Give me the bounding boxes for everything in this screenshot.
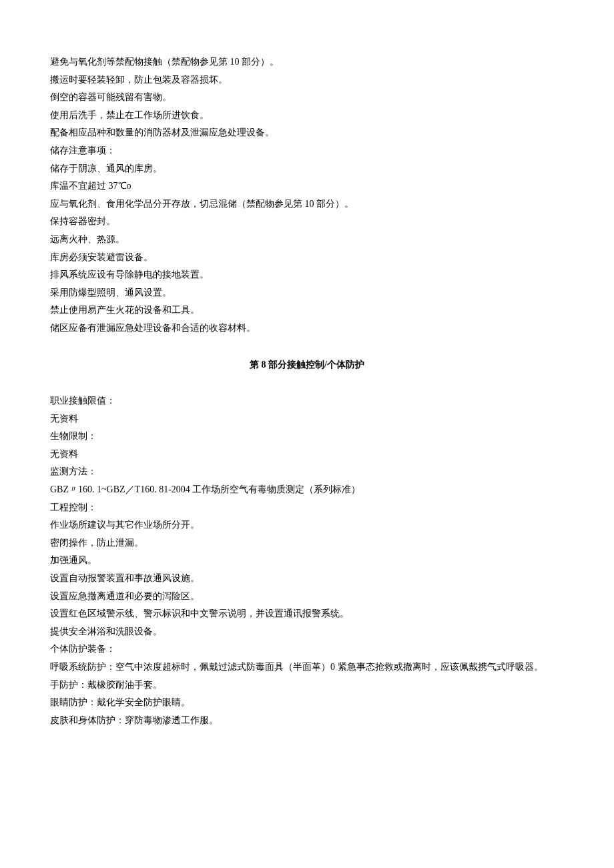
text-line: 职业接触限值： (50, 392, 564, 410)
document-body: 避免与氧化剂等禁配物接触（禁配物参见第 10 部分）。 搬运时要轻装轻卸，防止包… (50, 53, 564, 729)
text-line: 无资料 (50, 446, 564, 464)
title-suffix: 部分接触控制/个体防护 (266, 360, 364, 370)
text-line: 工程控制： (50, 499, 564, 517)
text-line: 禁止使用易产生火花的设备和工具。 (50, 302, 564, 320)
title-number: 8 (262, 360, 266, 370)
text-line: 生物限制： (50, 428, 564, 446)
text-line: 储存注意事项： (50, 142, 564, 160)
text-line: 设置自动报警装置和事故通风设施。 (50, 570, 564, 588)
text-line: 应与氧化剂、食用化学品分开存放，切忌混储（禁配物参见第 10 部分）。 (50, 195, 564, 213)
text-line: 监测方法： (50, 463, 564, 481)
text-line: 手防护：戴橡胶耐油手套。 (50, 677, 564, 695)
title-prefix: 第 (250, 360, 262, 370)
text-line: GBZ〃160. 1~GBZ／T160. 81-2004 工作场所空气有毒物质测… (50, 481, 564, 499)
text-line: 眼睛防护：戴化学安全防护眼睛。 (50, 694, 564, 712)
text-line: 作业场所建议与其它作业场所分开。 (50, 516, 564, 534)
text-line: 个体防护装备： (50, 640, 564, 659)
text-line: 皮肤和身体防护：穿防毒物渗透工作服。 (50, 712, 564, 730)
text-line: 库温不宜超过 37℃o (50, 177, 564, 195)
text-line: 提供安全淋浴和洗眼设备。 (50, 623, 564, 641)
text-line: 倒空的容器可能残留有害物。 (50, 89, 564, 107)
text-line: 呼吸系统防护：空气中浓度超标时，佩戴过滤式防毒面具（半面革）0 紧急事态抢救或撤… (50, 659, 564, 677)
text-line: 远离火种、热源。 (50, 231, 564, 249)
section-content-2: 职业接触限值： 无资料 生物限制： 无资料 监测方法： GBZ〃160. 1~G… (50, 392, 564, 729)
text-line: 排风系统应设有导除静电的接地装置。 (50, 266, 564, 284)
text-line: 库房必须安装避雷设备。 (50, 249, 564, 267)
text-line: 配备相应品种和数量的消防器材及泄漏应急处理设备。 (50, 124, 564, 142)
text-line: 使用后洗手，禁止在工作场所进饮食。 (50, 107, 564, 125)
text-line: 避免与氧化剂等禁配物接触（禁配物参见第 10 部分）。 (50, 53, 564, 71)
text-line: 采用防爆型照明、通风设置。 (50, 284, 564, 302)
text-line: 搬运时要轻装轻卸，防止包装及容器损坏。 (50, 71, 564, 89)
text-line: 设置红色区域警示线、警示标识和中文警示说明，并设置通讯报警系统。 (50, 605, 564, 623)
text-line: 密闭操作，防止泄漏。 (50, 534, 564, 552)
text-line: 无资料 (50, 410, 564, 428)
section-content-1: 避免与氧化剂等禁配物接触（禁配物参见第 10 部分）。 搬运时要轻装轻卸，防止包… (50, 53, 564, 338)
text-line: 储存于阴凉、通风的库房。 (50, 160, 564, 178)
text-line: 保持容器密封。 (50, 213, 564, 231)
text-line: 加强通风。 (50, 552, 564, 570)
text-line: 设置应急撤离通道和必要的泻险区。 (50, 588, 564, 606)
section-8-title: 第 8 部分接触控制/个体防护 (50, 356, 564, 374)
text-line: 储区应备有泄漏应急处理设备和合适的收容材料。 (50, 320, 564, 338)
